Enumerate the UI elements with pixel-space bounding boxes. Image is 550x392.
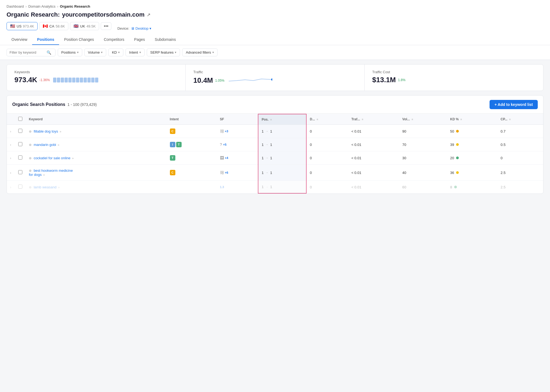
sf-plus-5: 1.3 xyxy=(220,185,224,189)
sf-icon-4: ⛓ xyxy=(220,170,224,175)
keyword-cell-2: ⊕ mandarin gobi » xyxy=(26,138,167,151)
filter-kd-chevron: ▾ xyxy=(118,51,120,54)
diff-cell-3: 0 xyxy=(306,151,348,165)
table-row: › ⊕ best hookworm medicinefor dogs » C xyxy=(7,165,543,181)
keyword-link-1[interactable]: fillable dog toys xyxy=(34,129,58,133)
filter-kd-btn[interactable]: KD ▾ xyxy=(108,48,123,56)
kd-cell-3: 20 xyxy=(447,151,497,165)
device-value: Desktop xyxy=(136,26,149,30)
table-row: › ⊕ lamb weasand » 1.3 xyxy=(7,181,543,194)
device-selector: Device: 🖥 Desktop ▾ xyxy=(117,26,151,30)
filter-positions-label: Positions xyxy=(61,50,76,54)
device-btn[interactable]: 🖥 Desktop ▾ xyxy=(131,26,152,30)
flag-us: 🇺🇸 xyxy=(10,24,15,29)
tab-overview[interactable]: Overview xyxy=(7,35,32,45)
breadcrumb-item-domain-analytics[interactable]: Domain Analytics xyxy=(28,4,56,8)
add-to-keyword-list-button[interactable]: + Add to keyword list xyxy=(490,100,538,109)
external-link-icon[interactable]: ↗ xyxy=(147,12,150,17)
intent-badge-t-2: T xyxy=(176,142,182,147)
expand-btn-1[interactable]: › xyxy=(10,130,11,133)
pos-from-4: 1 xyxy=(262,171,264,175)
row-checkbox-2[interactable] xyxy=(18,142,22,146)
pos-from-1: 1 xyxy=(262,129,264,133)
page-title: Organic Research: yourcompetitorsdomain.… xyxy=(7,11,543,18)
intent-cell-1: C xyxy=(167,125,217,138)
filter-volume-btn[interactable]: Volume ▾ xyxy=(84,48,106,56)
stat-traffic-change: 1.05% xyxy=(215,79,224,82)
nav-tabs: Overview Positions Position Changes Comp… xyxy=(7,35,543,45)
volume-cell-2: 70 xyxy=(399,138,447,151)
pos-arrow-1: → xyxy=(265,129,268,133)
breadcrumb-item-dashboard[interactable]: Dashboard xyxy=(7,4,24,8)
country-btn-uk[interactable]: 🇬🇧 UK 49.5K xyxy=(70,22,99,30)
intent-badges-1: C xyxy=(170,128,213,134)
pos-from-2: 1 xyxy=(262,143,264,147)
tab-competitors[interactable]: Competitors xyxy=(99,35,129,45)
expand-btn-5[interactable]: › xyxy=(10,185,11,189)
pos-from-3: 1 xyxy=(262,156,264,160)
stat-keywords-main: 973.4K -1.36% xyxy=(14,76,178,84)
expand-btn-3[interactable]: › xyxy=(10,156,11,160)
th-expand xyxy=(7,114,15,125)
filter-positions-chevron: ▾ xyxy=(77,51,79,54)
kd-dot-5 xyxy=(454,186,457,188)
table-range: 1 - 100 (973,429) xyxy=(68,102,97,107)
keyword-link-3[interactable]: cockatiel for sale online xyxy=(34,156,71,160)
traffic-cell-1: < 0.01 xyxy=(348,125,399,138)
country-btn-ca[interactable]: 🇨🇦 CA 58.6K xyxy=(39,22,68,30)
select-all-checkbox[interactable] xyxy=(18,117,22,121)
expand-btn-4[interactable]: › xyxy=(10,171,11,175)
positions-table: Keyword Intent SF Pos. ≡ D... ≡ Traf... … xyxy=(7,114,543,194)
keyword-search-input[interactable] xyxy=(10,50,45,54)
stat-bar-5 xyxy=(68,78,72,82)
stat-keywords-label: Keywords xyxy=(14,70,178,74)
stat-traffic-cost-label: Traffic Cost xyxy=(372,70,536,74)
row-checkbox-4[interactable] xyxy=(18,170,22,174)
stat-traffic-chart xyxy=(229,76,272,85)
tab-positions[interactable]: Positions xyxy=(32,35,59,45)
row-checkbox-3[interactable] xyxy=(18,155,22,160)
keyword-link-5[interactable]: lamb weasand xyxy=(34,185,57,189)
row-checkbox-5[interactable] xyxy=(18,185,22,189)
stat-keywords-bars xyxy=(53,78,98,82)
filter-advanced-label: Advanced filters xyxy=(186,50,211,54)
row-checkbox-1[interactable] xyxy=(18,129,22,133)
tab-position-changes[interactable]: Position Changes xyxy=(59,35,99,45)
cpc-cell-2: 0.5 xyxy=(497,138,543,151)
tab-subdomains[interactable]: Subdomains xyxy=(150,35,181,45)
th-intent: Intent xyxy=(167,114,217,125)
svg-point-0 xyxy=(271,78,272,81)
checkbox-cell-1 xyxy=(15,125,26,138)
sf-icon-2: ? xyxy=(220,142,222,147)
expand-btn-2[interactable]: › xyxy=(10,143,11,147)
breadcrumb-item-current: Organic Research xyxy=(60,4,90,8)
stat-traffic-main: 10.4M 1.05% xyxy=(193,76,357,85)
tab-pages[interactable]: Pages xyxy=(129,35,150,45)
intent-badges-3: T xyxy=(170,155,213,161)
keyword-cell-5: ⊕ lamb weasand » xyxy=(26,181,167,194)
pos-content-3: 1 → 1 xyxy=(262,156,303,160)
filter-intent-btn[interactable]: Intent ▾ xyxy=(126,48,145,56)
sf-icon-1: ⛓ xyxy=(220,129,224,133)
filter-intent-label: Intent xyxy=(129,50,138,54)
pos-content-2: 1 → 1 xyxy=(262,143,303,147)
keyword-link-2[interactable]: mandarin gobi xyxy=(34,143,56,147)
filter-serp-btn[interactable]: SERP features ▾ xyxy=(147,48,180,56)
country-btn-us[interactable]: 🇺🇸 US 973.4K xyxy=(7,22,38,30)
sf-content-5: 1.3 xyxy=(220,185,255,189)
table-row: › ⊕ fillable dog toys » C ⛓ xyxy=(7,125,543,138)
filter-advanced-btn[interactable]: Advanced filters ▾ xyxy=(182,48,218,56)
intent-badge-i-2: I xyxy=(170,142,175,147)
kd-cell-2: 39 xyxy=(447,138,497,151)
stat-traffic-value: 10.4M xyxy=(193,76,213,85)
intent-cell-5 xyxy=(167,181,217,194)
keyword-link-4[interactable]: best hookworm medicinefor dogs xyxy=(29,169,73,177)
pos-to-1: 1 xyxy=(270,129,272,133)
plus-icon-2: ⊕ xyxy=(29,143,32,147)
sf-content-2: ? +5 xyxy=(220,142,255,147)
kd-cell-5: 8 xyxy=(447,181,497,194)
stat-bar-9 xyxy=(84,78,87,82)
filter-positions-btn[interactable]: Positions ▾ xyxy=(58,48,82,56)
device-chevron: ▾ xyxy=(149,26,151,30)
more-countries-btn[interactable]: ••• xyxy=(101,22,111,30)
